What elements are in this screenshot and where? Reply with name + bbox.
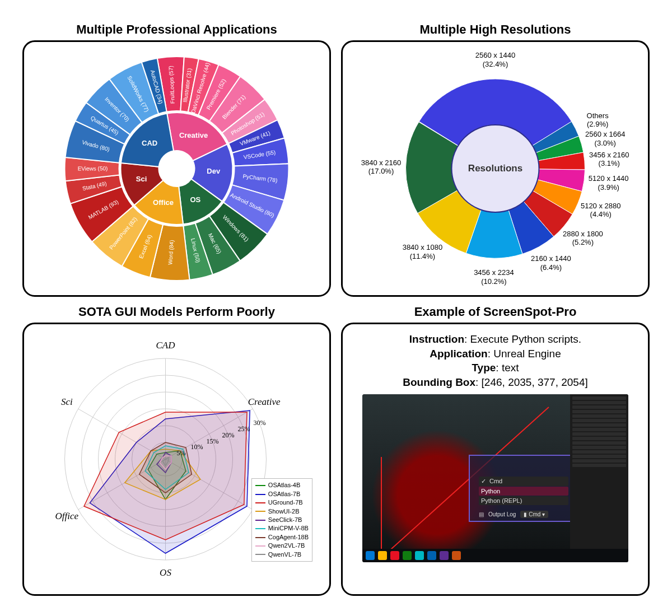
panel-example: Example of ScreenSpot-Pro Instruction: E… — [341, 305, 650, 596]
example-bbox-label: Bounding Box — [403, 376, 475, 388]
radar-legend-item: CogAgent-18B — [255, 533, 309, 542]
panel-sunburst: Multiple Professional Applications Fruit… — [22, 22, 331, 297]
example-bbox-value: [246, 2035, 377, 2054] — [482, 376, 588, 388]
example-type-label: Type — [472, 362, 496, 374]
donut-slice-label: 2560 x 1440(32.4%) — [475, 51, 516, 68]
donut-slice-label: 5120 x 1440(3.9%) — [589, 175, 629, 192]
radar-legend-item: OSAtlas-7B — [255, 490, 309, 498]
example-title: Example of ScreenSpot-Pro — [414, 305, 577, 319]
sunburst-category-label: Creative — [179, 131, 208, 139]
radar-tick-label: 5% — [177, 449, 186, 458]
context-menu-item: Python (REPL) — [479, 496, 568, 505]
donut-slice-label: 2160 x 1440(6.4%) — [531, 255, 571, 272]
example-instruction-value: Execute Python scripts. — [470, 333, 582, 345]
radar-chart: CADCreativeDevOSOfficeSci5%10%15%20%25%3… — [22, 323, 331, 596]
right-inspector-panel — [570, 394, 629, 562]
svg-point-0 — [159, 151, 195, 186]
panel-radar: SOTA GUI Models Perform Poorly CADCreati… — [22, 305, 331, 596]
radar-axis-label: Office — [55, 511, 79, 522]
radar-legend-item: OSAtlas-4B — [255, 481, 309, 489]
sunburst-category-label: CAD — [142, 139, 157, 147]
radar-legend: OSAtlas-4BOSAtlas-7BUGround-7BShowUI-2BS… — [251, 478, 312, 562]
sunburst-chart: FruitLoops (57)Illustrator (31)DaVinci R… — [22, 40, 331, 297]
radar-tick-label: 15% — [207, 437, 219, 445]
example-application-value: Unreal Engine — [493, 348, 561, 360]
radar-axis-label: CAD — [156, 340, 175, 351]
radar-tick-label: 30% — [254, 419, 266, 427]
sunburst-title: Multiple Professional Applications — [76, 22, 277, 37]
radar-title: SOTA GUI Models Perform Poorly — [78, 305, 275, 319]
donut-slice-label: Others(2.9%) — [587, 111, 609, 129]
windows-taskbar — [362, 549, 629, 562]
donut-title: Multiple High Resolutions — [419, 22, 571, 37]
radar-tick-label: 25% — [238, 425, 250, 433]
radar-legend-item: UGround-7B — [255, 498, 309, 507]
sunburst-category-label: Office — [153, 198, 174, 207]
donut-slice-label: 3840 x 2160(17.0%) — [361, 158, 402, 176]
radar-legend-item: ShowUI-2B — [255, 507, 309, 516]
example-screenshot: ✓ Cmd Python Python (REPL) ▤ Output Log … — [362, 394, 629, 562]
radar-axis-label: OS — [160, 567, 171, 578]
bounding-box-overlay: ✓ Cmd Python Python (REPL) ▤ Output Log … — [469, 455, 575, 522]
radar-axis-label: Sci — [61, 396, 73, 408]
example-content: Instruction: Execute Python scripts. App… — [341, 323, 650, 596]
radar-legend-item: Qwen2VL-7B — [255, 542, 309, 550]
donut-slice-label: 3840 x 1080(11.4%) — [403, 244, 443, 261]
panel-donut: Multiple High Resolutions Resolutions 25… — [341, 22, 650, 297]
example-type-value: text — [502, 362, 519, 374]
radar-tick-label: 20% — [222, 431, 235, 439]
donut-slice-label: 2880 x 1800(5.2%) — [563, 230, 603, 247]
example-instruction-label: Instruction — [409, 333, 464, 345]
example-meta: Instruction: Execute Python scripts. App… — [403, 332, 588, 390]
radar-legend-item: SeeClick-7B — [255, 516, 309, 524]
sunburst-category-label: OS — [190, 195, 200, 204]
context-menu-item-selected: Python — [479, 487, 568, 496]
donut-center-label: Resolutions — [468, 163, 522, 174]
output-log-label: Output Log — [488, 511, 516, 517]
radar-tick-label: 10% — [191, 443, 203, 451]
sunburst-category-label: Dev — [207, 167, 221, 175]
radar-legend-item: QwenVL-7B — [255, 550, 309, 559]
sunburst-svg: FruitLoops (57)Illustrator (31)DaVinci R… — [29, 46, 325, 291]
example-application-label: Application — [430, 348, 487, 360]
donut-slice-label: 5120 x 2880(4.4%) — [581, 202, 621, 219]
context-menu-item: ✓ Cmd — [479, 477, 568, 486]
donut-slice-label: 3456 x 2160(3.1%) — [589, 151, 629, 168]
donut-slice-label: 3456 x 2234(10.2%) — [474, 268, 514, 286]
radar-legend-item: MiniCPM-V-8B — [255, 524, 309, 533]
sunburst-category-label: Sci — [136, 175, 147, 183]
radar-axis-label: Creative — [248, 396, 281, 408]
sunburst-leaf-label: EViews (50) — [78, 165, 108, 171]
donut-slice-label: 2560 x 1664(3.0%) — [585, 130, 626, 147]
donut-chart: Resolutions 2560 x 1440(32.4%)Others(2.9… — [341, 40, 650, 297]
